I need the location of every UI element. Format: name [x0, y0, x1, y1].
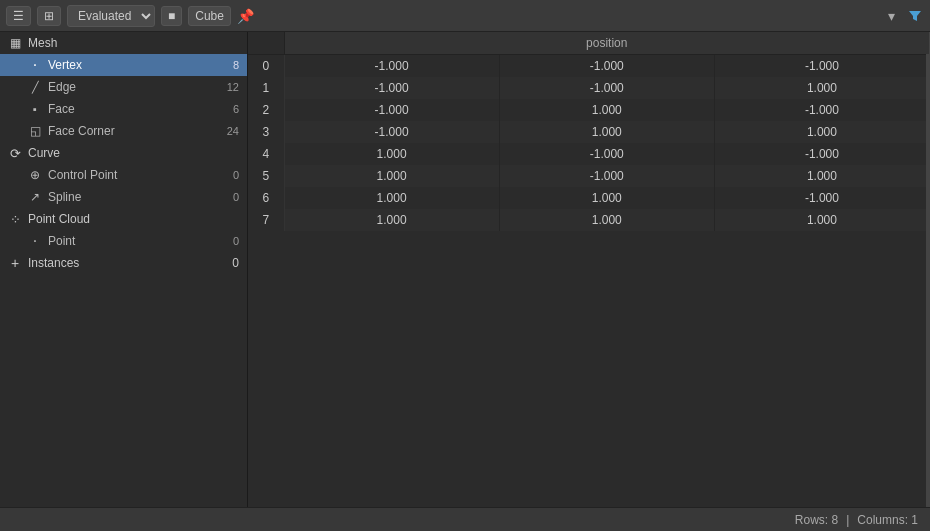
face-corner-icon	[28, 124, 42, 138]
cell-z: -1.000	[714, 187, 929, 209]
face-corner-count: 24	[227, 125, 239, 137]
point-cloud-label: Point Cloud	[28, 212, 90, 226]
cell-x: 1.000	[284, 143, 499, 165]
instances-label: Instances	[28, 256, 79, 270]
mode-select[interactable]: Evaluated Original	[67, 5, 155, 27]
cell-x: -1.000	[284, 77, 499, 99]
sidebar-item-control-point[interactable]: Control Point 0	[0, 164, 247, 186]
cell-z: -1.000	[714, 99, 929, 121]
cell-y: -1.000	[499, 55, 714, 77]
filter-icon[interactable]: ▾	[882, 7, 900, 25]
cell-z: 1.000	[714, 165, 929, 187]
row-index: 3	[248, 121, 284, 143]
spline-count: 0	[233, 191, 239, 203]
cell-y: 1.000	[499, 187, 714, 209]
col-header-index	[248, 32, 284, 55]
statusbar: Rows: 8 | Columns: 1	[0, 507, 930, 531]
spreadsheet-icon-button[interactable]: ⊞	[37, 6, 61, 26]
instances-count: 0	[232, 256, 239, 270]
resize-handle[interactable]	[926, 32, 930, 507]
control-point-label: Control Point	[48, 168, 117, 182]
section-curve[interactable]: Curve	[0, 142, 247, 164]
face-corner-label: Face Corner	[48, 124, 115, 138]
curve-label: Curve	[28, 146, 60, 160]
cell-y: -1.000	[499, 77, 714, 99]
cell-z: 1.000	[714, 209, 929, 231]
cell-x: 1.000	[284, 165, 499, 187]
vertex-label: Vertex	[48, 58, 82, 72]
row-index: 7	[248, 209, 284, 231]
table-row[interactable]: 2 -1.000 1.000 -1.000	[248, 99, 930, 121]
cube-icon: ■	[168, 9, 175, 23]
row-index: 1	[248, 77, 284, 99]
sidebar-item-face-corner[interactable]: Face Corner 24	[0, 120, 247, 142]
section-mesh[interactable]: Mesh	[0, 32, 247, 54]
table-row[interactable]: 3 -1.000 1.000 1.000	[248, 121, 930, 143]
control-point-icon	[28, 168, 42, 182]
cell-x: -1.000	[284, 55, 499, 77]
object-icon-button[interactable]: ■	[161, 6, 182, 26]
col-header-position[interactable]: position	[284, 32, 930, 55]
point-icon	[28, 234, 42, 248]
table-row[interactable]: 7 1.000 1.000 1.000	[248, 209, 930, 231]
curve-icon	[8, 146, 22, 160]
spreadsheet-icon: ⊞	[44, 9, 54, 23]
sidebar: Mesh Vertex 8 Edge 12 Face 6 Face Corner…	[0, 32, 248, 507]
cell-z: 1.000	[714, 77, 929, 99]
cell-z: 1.000	[714, 121, 929, 143]
face-count: 6	[233, 103, 239, 115]
mesh-label: Mesh	[28, 36, 57, 50]
spline-label: Spline	[48, 190, 81, 204]
edge-icon	[28, 80, 42, 94]
cell-x: -1.000	[284, 121, 499, 143]
edge-count: 12	[227, 81, 239, 93]
table-row[interactable]: 1 -1.000 -1.000 1.000	[248, 77, 930, 99]
point-label: Point	[48, 234, 75, 248]
point-cloud-icon	[8, 212, 22, 226]
row-index: 0	[248, 55, 284, 77]
statusbar-separator: |	[846, 513, 849, 527]
sidebar-item-spline[interactable]: Spline 0	[0, 186, 247, 208]
sidebar-item-vertex[interactable]: Vertex 8	[0, 54, 247, 76]
vertex-count: 8	[233, 59, 239, 71]
sidebar-item-point[interactable]: Point 0	[0, 230, 247, 252]
object-name-label: Cube	[188, 6, 231, 26]
cell-z: -1.000	[714, 143, 929, 165]
main-area: Mesh Vertex 8 Edge 12 Face 6 Face Corner…	[0, 32, 930, 507]
row-index: 5	[248, 165, 284, 187]
row-index: 4	[248, 143, 284, 165]
table-row[interactable]: 6 1.000 1.000 -1.000	[248, 187, 930, 209]
cell-y: 1.000	[499, 209, 714, 231]
section-point-cloud[interactable]: Point Cloud	[0, 208, 247, 230]
cell-x: 1.000	[284, 209, 499, 231]
table-row[interactable]: 5 1.000 -1.000 1.000	[248, 165, 930, 187]
section-instances[interactable]: Instances 0	[0, 252, 247, 274]
data-table: position 0 -1.000 -1.000 -1.000 1 -1.000…	[248, 32, 930, 231]
edge-label: Edge	[48, 80, 76, 94]
cell-z: -1.000	[714, 55, 929, 77]
sidebar-item-face[interactable]: Face 6	[0, 98, 247, 120]
menu-icon: ☰	[13, 9, 24, 23]
cell-y: -1.000	[499, 143, 714, 165]
cell-x: 1.000	[284, 187, 499, 209]
row-index: 6	[248, 187, 284, 209]
funnel-icon[interactable]	[906, 7, 924, 25]
pin-icon[interactable]: 📌	[237, 7, 255, 25]
table-row[interactable]: 4 1.000 -1.000 -1.000	[248, 143, 930, 165]
columns-label: Columns: 1	[857, 513, 918, 527]
row-index: 2	[248, 99, 284, 121]
cell-y: 1.000	[499, 121, 714, 143]
toolbar: ☰ ⊞ Evaluated Original ■ Cube 📌 ▾	[0, 0, 930, 32]
face-label: Face	[48, 102, 75, 116]
grid-container[interactable]: position 0 -1.000 -1.000 -1.000 1 -1.000…	[248, 32, 930, 507]
rows-label: Rows: 8	[795, 513, 838, 527]
cell-y: 1.000	[499, 99, 714, 121]
control-point-count: 0	[233, 169, 239, 181]
cell-y: -1.000	[499, 165, 714, 187]
menu-button[interactable]: ☰	[6, 6, 31, 26]
data-area: position 0 -1.000 -1.000 -1.000 1 -1.000…	[248, 32, 930, 507]
table-row[interactable]: 0 -1.000 -1.000 -1.000	[248, 55, 930, 77]
sidebar-item-edge[interactable]: Edge 12	[0, 76, 247, 98]
spline-icon	[28, 190, 42, 204]
mesh-icon	[8, 36, 22, 50]
